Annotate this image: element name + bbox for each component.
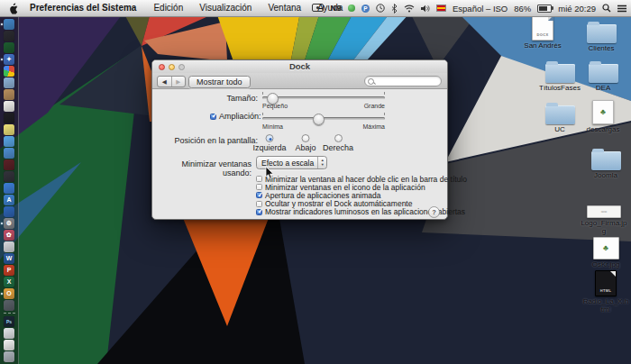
dock-item-stickies[interactable] (0, 123, 19, 135)
dock-item-system-preferences[interactable]: ⚙ (0, 217, 19, 229)
search-input[interactable] (364, 76, 442, 86)
dock-item-photo-booth-2[interactable] (0, 170, 19, 182)
outlook-icon[interactable]: O (4, 288, 14, 299)
dock-item-messenger[interactable] (0, 299, 19, 311)
dock-item-preview[interactable] (0, 77, 19, 88)
dock-item-chrome[interactable] (0, 65, 19, 77)
dock-item-excel[interactable]: X (0, 276, 19, 287)
checkbox[interactable] (256, 184, 262, 190)
messenger-icon[interactable] (4, 300, 14, 311)
facetime-icon[interactable] (4, 148, 14, 159)
dock-item-trash[interactable] (0, 350, 19, 362)
film-app-icon[interactable] (4, 159, 14, 170)
dock-item-finder-window-doc[interactable] (0, 327, 19, 339)
magnification-checkbox[interactable] (210, 114, 216, 120)
dock-item-contacts[interactable] (0, 88, 19, 100)
input-source-label[interactable]: Español – ISO (453, 4, 508, 14)
size-slider[interactable] (262, 96, 385, 99)
radio-button[interactable] (334, 134, 343, 142)
desktop-icon-clientes[interactable]: Clientes (578, 20, 625, 53)
dock-item-app-store[interactable]: A (0, 194, 19, 205)
notification-center-icon[interactable] (617, 5, 626, 13)
magnification-slider[interactable] (262, 117, 385, 120)
itunes-icon[interactable] (4, 183, 14, 194)
dark-app-icon[interactable] (4, 113, 14, 123)
position-option-abajo[interactable]: Abajo (295, 134, 316, 152)
desktop-icon-oskr-jpg[interactable]: ♣OsKr.jpg (582, 236, 629, 269)
radio-button[interactable] (302, 134, 310, 142)
checkbox[interactable] (256, 209, 262, 215)
dock-item-iphoto[interactable]: ✿ (0, 229, 19, 241)
back-button[interactable]: ◀ (158, 77, 172, 86)
menu-app-name[interactable]: Preferencias del Sistema (26, 0, 145, 16)
iphoto-icon[interactable]: ✿ (4, 230, 14, 241)
photo-booth-2-icon[interactable] (4, 171, 14, 182)
tv-app-icon[interactable] (4, 241, 14, 252)
checkbox[interactable] (256, 176, 262, 182)
calendar-icon[interactable] (4, 101, 14, 112)
desktop-icon-descargas[interactable]: ♣descargas (580, 101, 626, 134)
dock-item-tv-app[interactable] (0, 241, 19, 252)
dock-item-messages[interactable] (0, 135, 19, 147)
document-icon[interactable] (4, 340, 14, 350)
dock-item-finder[interactable] (0, 18, 19, 30)
checkbox[interactable] (256, 192, 262, 198)
menu-ventana[interactable]: Ventana (260, 0, 309, 16)
photoshop-file-icon[interactable]: Ps (4, 316, 14, 327)
dock-item-dark-app[interactable] (0, 112, 19, 123)
bluetooth-icon[interactable] (391, 4, 398, 14)
chrome-icon[interactable] (4, 66, 14, 77)
green-status-icon[interactable] (348, 5, 355, 12)
dock-item-document[interactable] (0, 339, 19, 350)
battery-icon[interactable] (537, 5, 552, 13)
green-app-icon[interactable] (4, 42, 14, 53)
status-indicator-n9[interactable]: N9 (330, 4, 342, 13)
excel-icon[interactable]: X (4, 277, 14, 287)
desktop-icon-t-tulosfases[interactable]: TítulosFases (536, 59, 583, 93)
help-button[interactable]: ? (428, 206, 440, 218)
desktop-icon-joomla[interactable]: Joomla (582, 147, 629, 180)
desktop-icon-dea[interactable]: DEA (580, 59, 626, 93)
dock-item-outlook[interactable]: O (0, 287, 19, 299)
photo-booth-icon[interactable] (4, 31, 14, 41)
preview-icon[interactable] (4, 77, 14, 88)
menu-clock[interactable]: mié 20:29 (558, 4, 596, 14)
dock-item-launchpad[interactable] (0, 205, 19, 217)
clock-icon[interactable] (376, 4, 385, 13)
launchpad-icon[interactable] (4, 206, 14, 217)
contacts-icon[interactable] (4, 89, 14, 100)
dock-item-photo-booth[interactable] (0, 30, 19, 41)
dock-item-green-app[interactable] (0, 41, 19, 53)
safari-icon[interactable]: ✦ (4, 54, 14, 65)
volume-icon[interactable] (421, 5, 430, 13)
checkbox[interactable] (256, 201, 262, 207)
messages-icon[interactable] (4, 136, 14, 147)
apple-menu-icon[interactable] (9, 3, 21, 14)
desktop-icon-uc[interactable]: UC (536, 101, 583, 134)
desktop-icon-san-andr-s[interactable]: DOCXSan Andrés (519, 17, 566, 50)
stickies-icon[interactable] (4, 124, 14, 135)
app-store-icon[interactable]: A (4, 195, 14, 205)
radio-button[interactable] (266, 134, 274, 142)
desktop-icon-radio-la-x-html[interactable]: HTMLRadio_La_X.html (582, 273, 629, 314)
system-preferences-icon[interactable]: ⚙ (4, 218, 14, 229)
dock-item-photoshop-file[interactable]: Ps (0, 315, 19, 327)
dock-item-calendar[interactable] (0, 100, 19, 112)
dock-item-facetime[interactable] (0, 147, 19, 159)
finder-icon[interactable] (4, 19, 14, 30)
finder-window-doc-icon[interactable] (4, 328, 14, 339)
menu-edicion[interactable]: Edición (145, 0, 191, 16)
dock-item-word[interactable]: W (0, 252, 19, 264)
trash-icon[interactable] (4, 351, 14, 362)
dock-item-itunes[interactable] (0, 182, 19, 194)
show-all-button[interactable]: Mostrar todo (188, 76, 251, 88)
spain-flag-icon[interactable] (436, 5, 446, 12)
menu-visualizacion[interactable]: Visualización (191, 0, 260, 16)
word-icon[interactable]: W (4, 253, 14, 264)
dock-item-film-app[interactable] (0, 159, 19, 170)
powerpoint-icon[interactable]: P (4, 265, 14, 276)
spotlight-icon[interactable] (602, 4, 611, 13)
forward-button[interactable]: ▶ (172, 77, 186, 86)
position-option-derecha[interactable]: Derecha (323, 134, 353, 152)
desktop-icon-logo-firma-jpg[interactable]: ≈≈Logo_Firma.jpg (581, 195, 627, 236)
